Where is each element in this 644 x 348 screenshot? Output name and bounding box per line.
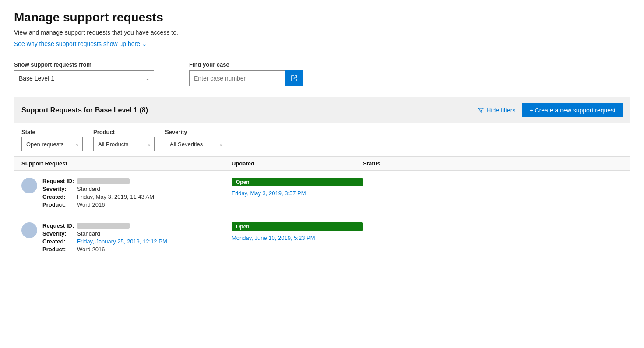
table-header-bar: Support Requests for Base Level 1 (8) Hi… <box>14 97 630 123</box>
request-left-col: Request ID: Severity: Standard Created: … <box>21 178 232 208</box>
request-id-row: Request ID: <box>42 178 154 184</box>
case-search-row <box>189 70 303 86</box>
severity-filter-group: Severity All Severities ⌄ <box>165 129 226 151</box>
severity-filter-dropdown[interactable]: All Severities ⌄ <box>165 137 226 151</box>
request-id-row: Request ID: <box>42 222 167 229</box>
severity-row: Severity: Standard <box>42 230 167 237</box>
updated-date: Monday, June 10, 2019, 5:23 PM <box>232 235 363 241</box>
product-filter-dropdown[interactable]: All Products ⌄ <box>93 137 155 151</box>
why-link[interactable]: See why these support requests show up h… <box>14 40 147 47</box>
product-value: Word 2016 <box>77 246 105 253</box>
avatar <box>21 222 37 238</box>
state-select[interactable]: Open requests <box>21 137 83 151</box>
severity-filter-label: Severity <box>165 129 226 135</box>
external-link-icon <box>291 75 298 82</box>
product-filter-label: Product <box>93 129 155 135</box>
request-details: Request ID: Severity: Standard Created: … <box>42 178 154 208</box>
filter-icon <box>478 107 484 113</box>
avatar <box>21 178 37 193</box>
request-details: Request ID: Severity: Standard Created: … <box>42 222 167 253</box>
status-badge: Open <box>232 222 363 231</box>
page-title: Manage support requests <box>14 11 630 25</box>
severity-value: Standard <box>77 186 100 192</box>
state-filter-dropdown[interactable]: Open requests ⌄ <box>21 137 83 151</box>
request-id-label: Request ID: <box>42 178 75 184</box>
create-support-request-button[interactable]: + Create a new support request <box>522 103 623 117</box>
support-table-section: Support Requests for Base Level 1 (8) Hi… <box>14 97 630 260</box>
col-header-updated: Updated <box>232 160 363 167</box>
created-label: Created: <box>42 193 75 200</box>
table-row[interactable]: Request ID: Severity: Standard Created: … <box>14 215 630 260</box>
header-actions: Hide filters + Create a new support requ… <box>478 103 623 117</box>
severity-value: Standard <box>77 230 100 237</box>
filters-row: State Open requests ⌄ Product All Produc… <box>14 123 630 157</box>
product-label: Product: <box>42 201 75 208</box>
show-from-dropdown[interactable]: Base Level 1 ⌄ <box>14 70 154 86</box>
request-id-value <box>77 178 130 184</box>
product-row: Product: Word 2016 <box>42 201 154 208</box>
updated-date: Friday, May 3, 2019, 3:57 PM <box>232 190 363 197</box>
state-filter-group: State Open requests ⌄ <box>21 129 83 151</box>
product-select[interactable]: All Products <box>93 137 155 151</box>
controls-row: Show support requests from Base Level 1 … <box>14 61 630 86</box>
case-number-input[interactable] <box>189 70 285 86</box>
case-search-button[interactable] <box>285 70 303 86</box>
created-row: Created: Friday, January 25, 2019, 12:12… <box>42 238 167 245</box>
created-row: Created: Friday, May 3, 2019, 11:43 AM <box>42 193 154 200</box>
requests-container: Request ID: Severity: Standard Created: … <box>14 171 630 260</box>
product-value: Word 2016 <box>77 201 105 208</box>
state-filter-label: State <box>21 129 83 135</box>
created-label: Created: <box>42 238 75 245</box>
status-badge: Open <box>232 178 363 186</box>
find-case-group: Find your case <box>189 61 303 86</box>
col-header-status: Status <box>363 160 623 167</box>
updated-col: Open Monday, June 10, 2019, 5:23 PM <box>232 222 363 241</box>
table-row[interactable]: Request ID: Severity: Standard Created: … <box>14 171 630 215</box>
request-left-col: Request ID: Severity: Standard Created: … <box>21 222 232 253</box>
column-headers: Support Request Updated Status <box>14 157 630 171</box>
request-id-label: Request ID: <box>42 222 75 229</box>
product-row: Product: Word 2016 <box>42 246 167 253</box>
updated-col: Open Friday, May 3, 2019, 3:57 PM <box>232 178 363 197</box>
severity-row: Severity: Standard <box>42 186 154 192</box>
product-label: Product: <box>42 246 75 253</box>
request-id-value <box>77 223 130 229</box>
col-header-support-request: Support Request <box>21 160 232 167</box>
show-from-select[interactable]: Base Level 1 <box>14 70 154 86</box>
page-subtitle: View and manage support requests that yo… <box>14 29 630 36</box>
created-value: Friday, January 25, 2019, 12:12 PM <box>77 238 167 245</box>
chevron-down-icon: ⌄ <box>142 40 147 47</box>
created-value: Friday, May 3, 2019, 11:43 AM <box>77 193 154 200</box>
show-from-group: Show support requests from Base Level 1 … <box>14 61 154 86</box>
find-case-label: Find your case <box>189 61 303 68</box>
severity-label: Severity: <box>42 230 75 237</box>
severity-label: Severity: <box>42 186 75 192</box>
hide-filters-button[interactable]: Hide filters <box>478 107 515 114</box>
severity-select[interactable]: All Severities <box>165 137 226 151</box>
product-filter-group: Product All Products ⌄ <box>93 129 155 151</box>
table-title: Support Requests for Base Level 1 (8) <box>21 106 148 114</box>
show-from-label: Show support requests from <box>14 61 154 68</box>
